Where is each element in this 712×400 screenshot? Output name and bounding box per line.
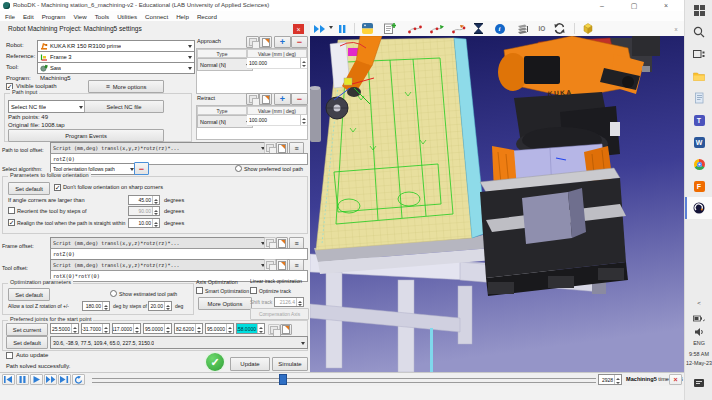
network-status[interactable] <box>693 312 705 324</box>
program-events-button[interactable]: Program Events <box>8 129 164 142</box>
steps-spinner[interactable]: 20.00 <box>148 301 172 311</box>
auto-update-checkbox[interactable] <box>6 352 13 359</box>
menu-help[interactable]: Help <box>176 13 189 20</box>
timeline-track[interactable] <box>92 378 596 383</box>
add-program-button[interactable] <box>384 22 396 35</box>
joints-paste-button[interactable] <box>280 324 292 335</box>
joint6-spinner[interactable]: 95.0000 <box>205 323 234 334</box>
menu-file[interactable]: File <box>5 13 15 20</box>
algorithm-remove-button[interactable]: − <box>134 162 149 175</box>
retract-value-spinner[interactable]: 100.000 <box>247 115 307 126</box>
play-button[interactable] <box>30 374 43 385</box>
approach-value-spinner[interactable]: 100.000 <box>247 58 307 69</box>
maximize-button[interactable]: ▢ <box>626 0 642 11</box>
joints-copy-button[interactable] <box>268 324 280 335</box>
search-button[interactable] <box>693 26 705 38</box>
menu-utilities[interactable]: Utilities <box>117 13 137 20</box>
minimize-button[interactable]: – <box>594 0 610 11</box>
replay-button[interactable] <box>72 374 85 385</box>
fsecure-button[interactable]: F <box>693 180 705 192</box>
volume-button[interactable] <box>693 326 705 338</box>
io-button[interactable]: IO <box>536 22 548 35</box>
fast-simulation-dropdown[interactable] <box>328 22 334 35</box>
pause-playback-button[interactable] <box>16 374 29 385</box>
optimize-track-checkbox[interactable] <box>250 287 257 294</box>
more-options-button[interactable]: ≡ More options <box>88 80 164 93</box>
path-simulate-button[interactable] <box>408 22 422 35</box>
menu-tools[interactable]: Tools <box>95 13 109 20</box>
word-button[interactable]: W <box>693 136 705 148</box>
retract-paste-button[interactable] <box>259 93 272 105</box>
spinner-arrows[interactable] <box>226 324 233 333</box>
retract-remove-button[interactable]: − <box>291 93 308 105</box>
smart-optimization-checkbox[interactable] <box>196 287 203 294</box>
axis-more-options-button[interactable]: More Options <box>198 297 252 310</box>
spinner-arrows[interactable] <box>164 302 171 310</box>
date[interactable]: 12-May-23 <box>685 360 712 366</box>
spinner-arrows[interactable] <box>195 324 202 333</box>
hidden-icons-chevron[interactable]: < <box>685 300 712 306</box>
cycle-time-button[interactable] <box>474 22 483 35</box>
python-script-button[interactable] <box>362 22 373 35</box>
joints-set-default-button[interactable]: Set default <box>6 336 48 349</box>
set-current-button[interactable]: Set current <box>6 323 48 336</box>
retract-type-select[interactable]: Normal (N) <box>197 115 253 128</box>
file-explorer-button[interactable] <box>693 70 705 82</box>
update-button[interactable]: Update <box>230 357 270 371</box>
show-estimated-radio[interactable] <box>110 290 117 297</box>
retract-add-button[interactable]: + <box>274 93 291 105</box>
notifications-button[interactable] <box>693 377 705 389</box>
sync-button[interactable] <box>554 22 565 35</box>
robodk-taskbar-button[interactable] <box>693 202 705 214</box>
timeline-close-button[interactable]: × <box>669 374 682 385</box>
close-button[interactable]: × <box>658 0 674 11</box>
menu-view[interactable]: View <box>73 13 86 20</box>
document-app-button[interactable] <box>693 92 705 104</box>
menu-record[interactable]: Record <box>197 13 217 20</box>
chrome-button[interactable] <box>693 158 705 170</box>
skip-start-button[interactable] <box>2 374 15 385</box>
realign-spinner[interactable]: 10.00 <box>128 218 160 228</box>
approach-remove-button[interactable]: − <box>291 36 308 48</box>
frame-spinner[interactable]: 2928 <box>598 374 622 385</box>
spinner-arrows[interactable] <box>152 219 159 227</box>
select-nc-file-button[interactable]: Select NC file <box>84 100 164 113</box>
realign-checkbox[interactable] <box>8 219 15 226</box>
start-button[interactable] <box>693 4 705 16</box>
approach-copy-button[interactable] <box>246 36 259 48</box>
spinner-arrows[interactable] <box>71 324 78 333</box>
pause-button[interactable] <box>338 22 346 35</box>
timeline-handle[interactable] <box>279 374 287 385</box>
optimization-set-default-button[interactable]: Set default <box>8 288 50 301</box>
simulate-button[interactable]: Simulate <box>272 357 308 371</box>
joint3-spinner[interactable]: 117.0000 <box>112 323 141 334</box>
angle-corners-spinner[interactable]: 45.00 <box>128 195 160 205</box>
approach-type-select[interactable]: Normal (N) <box>197 58 253 71</box>
info-button[interactable]: i <box>494 22 505 35</box>
menu-program[interactable]: Program <box>42 13 66 20</box>
panel-close-button[interactable]: × <box>293 24 304 34</box>
approach-paste-button[interactable] <box>259 36 272 48</box>
spinner-arrows[interactable] <box>257 324 264 333</box>
fast-forward-button[interactable] <box>44 374 57 385</box>
reorient-checkbox[interactable] <box>8 207 15 214</box>
viewport-3d[interactable]: i IO x <box>310 21 684 372</box>
tool-select[interactable]: Saw <box>37 62 195 74</box>
follow-set-default-button[interactable]: Set default <box>8 182 50 195</box>
clock[interactable]: 9:58 AM <box>685 351 712 357</box>
menu-connect[interactable]: Connect <box>145 13 168 20</box>
show-preferred-radio[interactable] <box>235 165 242 172</box>
spinner-arrows[interactable] <box>133 324 140 333</box>
language-indicator[interactable]: ENG <box>685 340 712 346</box>
spinner-arrows[interactable] <box>300 58 307 68</box>
joints-default-combo[interactable]: 30.6, -38.9, 77.5, 109.4, 65.0, 227.5, 3… <box>50 336 308 349</box>
teams-button[interactable]: T <box>693 114 705 126</box>
joint5-spinner[interactable]: 82.6200 <box>174 323 203 334</box>
export-simulation-button[interactable] <box>582 22 594 35</box>
fast-simulation-button[interactable] <box>314 22 327 35</box>
joint7-spinner[interactable]: 3158.0000 <box>236 323 265 334</box>
toolbar-close-button[interactable]: x <box>672 22 680 35</box>
path-check-button[interactable] <box>430 22 444 35</box>
program-layers-button[interactable] <box>516 22 529 35</box>
joint4-spinner[interactable]: 95.0000 <box>143 323 172 334</box>
